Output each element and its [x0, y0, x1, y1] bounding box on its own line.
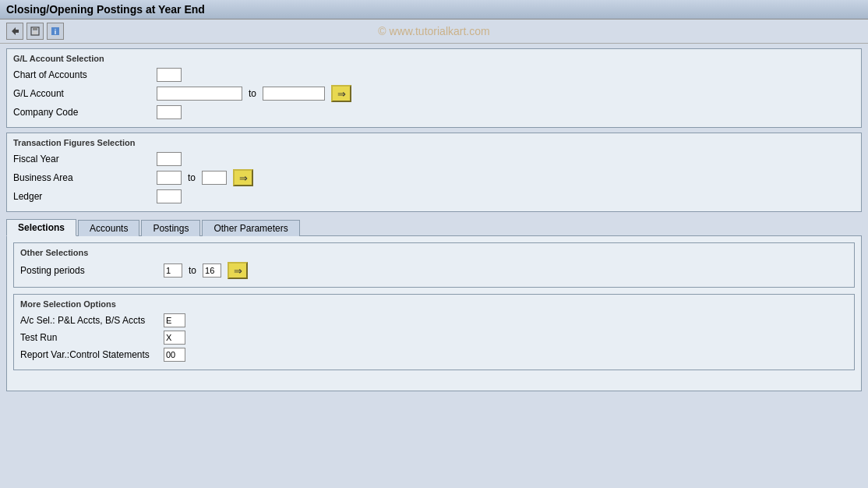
tab-selections[interactable]: Selections	[6, 219, 76, 236]
gl-account-section-title: G/L Account Selection	[13, 54, 855, 63]
ledger-row: Ledger	[13, 189, 855, 203]
company-code-row: Company Code	[13, 105, 855, 119]
toolbar: i © www.tutorialkart.com	[0, 19, 868, 44]
posting-periods-to-input[interactable]	[203, 263, 221, 278]
watermark: © www.tutorialkart.com	[378, 25, 489, 37]
chart-of-accounts-input[interactable]	[157, 68, 182, 82]
business-area-arrow-btn[interactable]: ⇒	[233, 169, 253, 186]
gl-account-to-input[interactable]	[263, 87, 325, 101]
transaction-figures-section-title: Transaction Figures Selection	[13, 138, 855, 147]
test-run-input[interactable]	[164, 331, 185, 345]
ledger-input[interactable]	[157, 189, 182, 203]
main-content: G/L Account Selection Chart of Accounts …	[0, 44, 868, 396]
company-code-input[interactable]	[157, 105, 182, 119]
svg-marker-0	[12, 27, 19, 35]
posting-periods-row: Posting periods to ⇒	[20, 262, 848, 279]
posting-periods-from-input[interactable]	[164, 263, 182, 278]
title-bar: Closing/Opening Postings at Year End	[0, 0, 868, 19]
gl-account-to-label: to	[249, 88, 256, 99]
tab-other-parameters[interactable]: Other Parameters	[202, 220, 299, 236]
tab-accounts[interactable]: Accounts	[78, 220, 139, 236]
fiscal-year-label: Fiscal Year	[13, 154, 153, 164]
back-icon[interactable]	[6, 23, 23, 40]
report-var-input[interactable]	[164, 348, 185, 362]
chart-of-accounts-row: Chart of Accounts	[13, 68, 855, 82]
report-var-label: Report Var.:Control Statements	[20, 349, 161, 360]
ac-sel-label: A/c Sel.: P&L Accts, B/S Accts	[20, 315, 161, 326]
gl-account-arrow-btn[interactable]: ⇒	[331, 85, 351, 102]
svg-rect-3	[33, 31, 37, 34]
chart-of-accounts-label: Chart of Accounts	[13, 69, 153, 80]
gl-account-section: G/L Account Selection Chart of Accounts …	[6, 48, 862, 128]
other-selections-title: Other Selections	[20, 248, 848, 257]
business-area-row: Business Area to ⇒	[13, 169, 855, 186]
posting-periods-to-label: to	[189, 265, 196, 276]
svg-text:i: i	[55, 28, 57, 36]
more-selection-options-box: More Selection Options A/c Sel.: P&L Acc…	[13, 294, 855, 370]
more-selection-options-title: More Selection Options	[20, 299, 848, 309]
ledger-label: Ledger	[13, 191, 153, 202]
report-var-row: Report Var.:Control Statements	[20, 348, 848, 362]
business-area-label: Business Area	[13, 172, 153, 183]
test-run-label: Test Run	[20, 332, 161, 343]
gl-account-row: G/L Account to ⇒	[13, 85, 855, 102]
tab-content: Other Selections Posting periods to ⇒ Mo…	[6, 235, 862, 391]
other-selections-box: Other Selections Posting periods to ⇒	[13, 242, 855, 288]
page-title: Closing/Opening Postings at Year End	[6, 3, 205, 16]
transaction-figures-section: Transaction Figures Selection Fiscal Yea…	[6, 133, 862, 212]
gl-account-label: G/L Account	[13, 88, 153, 99]
test-run-row: Test Run	[20, 331, 848, 345]
posting-periods-arrow-btn[interactable]: ⇒	[228, 262, 248, 279]
tabs-container: Selections Accounts Postings Other Param…	[6, 218, 862, 235]
posting-periods-label: Posting periods	[20, 265, 161, 276]
business-area-to-input[interactable]	[202, 171, 227, 185]
info-icon[interactable]: i	[47, 23, 64, 40]
ac-sel-input[interactable]	[164, 313, 185, 327]
ac-sel-row: A/c Sel.: P&L Accts, B/S Accts	[20, 313, 848, 327]
company-code-label: Company Code	[13, 107, 153, 118]
tabs-area: Selections Accounts Postings Other Param…	[6, 217, 862, 391]
svg-rect-2	[33, 27, 37, 30]
business-area-from-input[interactable]	[157, 171, 182, 185]
tab-postings[interactable]: Postings	[141, 220, 200, 236]
fiscal-year-input[interactable]	[157, 152, 182, 166]
fiscal-year-row: Fiscal Year	[13, 152, 855, 166]
gl-account-from-input[interactable]	[157, 87, 242, 101]
business-area-to-label: to	[188, 172, 196, 183]
save-icon[interactable]	[26, 23, 44, 40]
